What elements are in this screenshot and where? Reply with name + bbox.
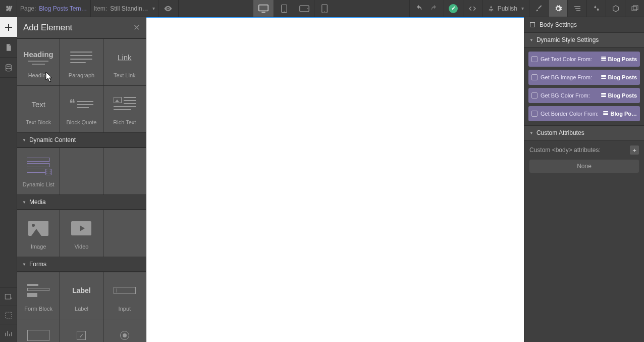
category-forms[interactable]: ▼ Forms <box>17 257 146 272</box>
device-switcher <box>250 0 337 17</box>
svg-rect-8 <box>632 7 636 11</box>
category-media[interactable]: ▼ Media <box>17 194 146 210</box>
code-icon <box>468 4 477 13</box>
svg-rect-0 <box>259 5 268 11</box>
tile-label: Form Block <box>24 306 52 312</box>
style-manager-button[interactable] <box>586 0 606 17</box>
tile-text-link[interactable]: Link Text Link <box>103 39 146 85</box>
navigator-icon <box>573 5 581 13</box>
add-element-body[interactable]: Heading Heading Paragraph Link Text Link… <box>17 38 146 342</box>
triangle-down-icon: ▼ <box>22 262 26 267</box>
redo-icon <box>430 5 438 13</box>
textarea-icon <box>27 330 49 341</box>
binding-row-text-color[interactable]: Get Text Color From: Blog Posts <box>528 52 640 67</box>
item-selector[interactable]: Item: Still Standin… ▾ <box>91 0 158 17</box>
body-settings-row[interactable]: Body Settings <box>524 17 644 33</box>
status-button[interactable]: ✓ <box>444 0 463 17</box>
droplets-icon <box>593 5 601 13</box>
tile-label: Text Link <box>114 72 135 78</box>
tile-label: Label <box>75 306 88 312</box>
binding-row-border-color[interactable]: Get Border Color From: Blog Po… <box>528 106 640 121</box>
checkbox-icon[interactable] <box>531 92 538 99</box>
tile-paragraph[interactable]: Paragraph <box>60 39 102 85</box>
cube-icon <box>612 5 620 13</box>
cms-button[interactable] <box>0 58 17 78</box>
tile-checkbox[interactable]: ✓ <box>60 319 102 342</box>
tile-form-label[interactable]: Label Label <box>60 272 102 319</box>
checkbox-icon[interactable] <box>531 111 538 117</box>
tile-video[interactable]: Video <box>60 210 102 257</box>
tile-radio[interactable] <box>103 319 146 342</box>
add-attribute-button[interactable]: + <box>630 145 639 155</box>
tile-form-block[interactable]: Form Block <box>17 272 60 319</box>
add-element-button[interactable] <box>0 17 17 37</box>
redo-button[interactable] <box>424 0 444 17</box>
device-tablet-button[interactable] <box>274 0 294 17</box>
collection-icon <box>601 93 606 98</box>
custom-attributes-body: Custom <body> attributes: + None <box>524 140 644 178</box>
body-icon <box>529 22 535 28</box>
tile-rich-text[interactable]: Rich Text <box>103 86 146 132</box>
section-dynamic-style[interactable]: ▼ Dynamic Style Settings <box>524 33 644 47</box>
style-panel-button[interactable] <box>529 0 548 17</box>
phone-icon <box>321 4 328 14</box>
canvas[interactable] <box>146 17 524 342</box>
custom-attr-label: Custom <body> attributes: <box>529 146 601 154</box>
dynamic-bindings-list: Get Text Color From: Blog Posts Get BG I… <box>524 47 644 126</box>
tile-label: Video <box>75 243 89 250</box>
tile-input[interactable]: Input <box>103 272 146 319</box>
backups-button[interactable] <box>625 0 644 17</box>
preview-button[interactable] <box>158 0 179 17</box>
image-add-icon <box>5 293 13 301</box>
category-label: Dynamic Content <box>29 136 76 143</box>
chevron-down-icon: ▾ <box>521 6 524 11</box>
tile-image[interactable]: Image <box>17 210 60 257</box>
section-label: Custom Attributes <box>536 129 584 136</box>
empty-tile <box>103 210 146 257</box>
category-dynamic-content[interactable]: ▼ Dynamic Content <box>17 132 146 148</box>
close-button[interactable]: ✕ <box>133 23 140 32</box>
desktop-icon <box>258 3 269 14</box>
gear-icon <box>554 5 562 13</box>
binding-label: Get BG Image From: <box>541 74 592 80</box>
check-icon: ✓ <box>449 4 458 13</box>
binding-row-bg-image[interactable]: Get BG Image From: Blog Posts <box>528 70 640 85</box>
logo-button[interactable] <box>0 0 17 17</box>
category-label: Forms <box>29 261 46 268</box>
checkbox-icon[interactable] <box>531 74 538 80</box>
svg-point-3 <box>284 11 285 12</box>
export-code-button[interactable] <box>463 0 482 17</box>
tile-heading[interactable]: Heading Heading <box>17 39 60 85</box>
help-button[interactable] <box>0 324 17 342</box>
device-desktop-button[interactable] <box>253 0 274 17</box>
images-icon <box>631 5 639 13</box>
tile-label: Rich Text <box>113 119 136 125</box>
add-element-header: Add Element ✕ <box>17 17 146 38</box>
settings-panel-button[interactable] <box>548 0 567 17</box>
tile-block-quote[interactable]: ❝ Block Quote <box>60 86 102 132</box>
navigator-panel-button[interactable] <box>567 0 586 17</box>
checkbox-icon[interactable] <box>531 56 538 62</box>
tile-dynamic-list[interactable]: Dynamic List <box>17 148 60 194</box>
pages-button[interactable] <box>0 37 17 58</box>
category-label: Media <box>29 199 46 206</box>
input-icon <box>114 287 136 294</box>
chevron-down-icon: ▾ <box>152 6 155 11</box>
page-selector[interactable]: Page: Blog Posts Tem… <box>17 0 91 17</box>
binding-row-bg-color[interactable]: Get BG Color From: Blog Posts <box>528 88 640 103</box>
device-landscape-button[interactable] <box>294 0 314 17</box>
device-phone-button[interactable] <box>314 0 334 17</box>
label-icon: Label <box>72 286 91 295</box>
section-custom-attributes[interactable]: ▼ Custom Attributes <box>524 126 644 140</box>
tile-textarea[interactable] <box>17 319 60 342</box>
tile-text-block[interactable]: Text Text Block <box>17 86 60 132</box>
triangle-down-icon: ▼ <box>529 131 533 135</box>
svg-rect-12 <box>6 312 12 318</box>
publish-button[interactable]: Publish ▾ <box>482 0 529 17</box>
svg-rect-11 <box>5 294 11 299</box>
tablet-icon <box>280 4 289 14</box>
image-asset-button[interactable] <box>0 287 17 306</box>
radio-icon <box>120 331 129 340</box>
assets-button[interactable] <box>606 0 625 17</box>
video-tutorials-button[interactable] <box>0 306 17 324</box>
